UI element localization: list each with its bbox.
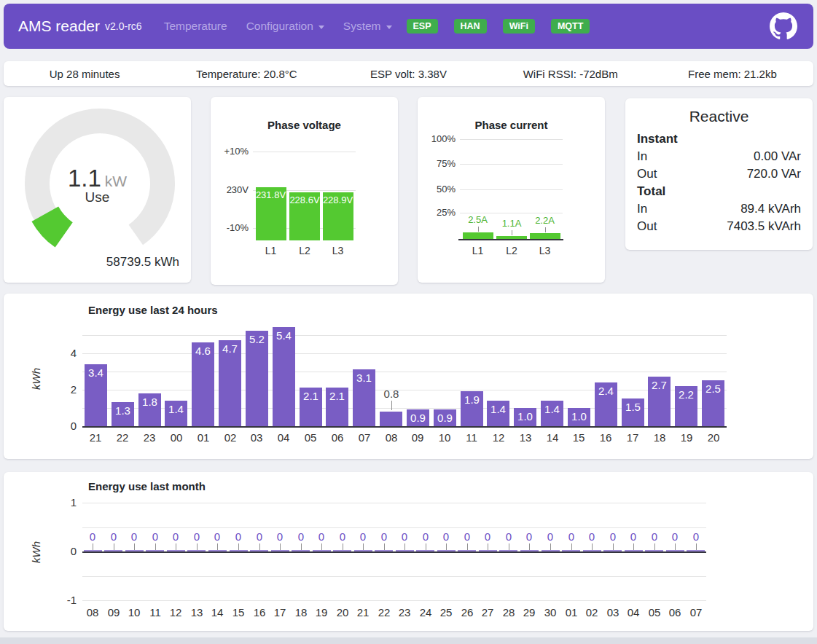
- phase-voltage-card: Phase voltage +10%230V-10%231.8VL1228.6V…: [211, 97, 398, 285]
- bar-value-label: 1.9: [461, 393, 483, 406]
- reactive-row-label: Out: [637, 218, 657, 235]
- nav-item-system[interactable]: System: [343, 20, 392, 33]
- reactive-section-label: Instant: [637, 130, 801, 148]
- energy-total: 58739.5 kWh: [106, 255, 179, 270]
- bar-value-label: 0: [165, 530, 187, 543]
- gauge-value: 1.1kW: [4, 165, 191, 192]
- bar-value-label: 0: [560, 530, 582, 543]
- x-axis-line: [82, 426, 727, 428]
- zero-bar-27: [479, 550, 497, 551]
- phase-voltage-chart: +10%230V-10%231.8VL1228.6VL2228.9VL3: [211, 97, 398, 285]
- bar-value-label: 2.1: [326, 390, 348, 402]
- gauge-fill-arc: [45, 214, 64, 235]
- bar-value-label: 0: [581, 530, 603, 543]
- bar-value-label: 1.8: [138, 396, 161, 408]
- x-axis-line: [458, 239, 563, 240]
- label-connector-line: [217, 543, 218, 550]
- status-item-0: Up 28 minutes: [4, 68, 165, 80]
- status-badges: ESPHANWiFiMQTT: [407, 19, 590, 34]
- label-connector-line: [343, 543, 343, 550]
- label-connector-line: [259, 543, 260, 550]
- nav-item-label: Configuration: [246, 20, 313, 33]
- reactive-row: Out720.0 VAr: [637, 165, 801, 183]
- page-footer-strip: [0, 637, 817, 644]
- github-link[interactable]: [770, 12, 799, 41]
- bar-value-label: 0: [477, 530, 499, 543]
- nav-item-label: System: [343, 20, 381, 33]
- label-connector-line: [391, 401, 392, 410]
- x-tick-label: 18: [646, 431, 673, 444]
- reactive-row-value: 7403.5 kVArh: [727, 218, 801, 235]
- bar-value-label: 5.4: [273, 329, 295, 342]
- label-connector-line: [545, 227, 546, 232]
- bar-value-label: 2.2: [675, 388, 697, 401]
- bar-value-label: 0.9: [407, 412, 429, 424]
- label-connector-line: [321, 543, 322, 550]
- reactive-row-label: In: [637, 148, 647, 165]
- zero-bar-28: [499, 550, 517, 551]
- github-icon[interactable]: [770, 12, 797, 40]
- current-bar-L1: [463, 232, 493, 239]
- label-connector-line: [512, 230, 512, 235]
- current-bar-L3: [530, 233, 560, 239]
- x-tick-label: 00: [163, 431, 189, 444]
- gridline: [82, 335, 727, 336]
- label-connector-line: [114, 543, 114, 550]
- y-tick-label: -10%: [216, 222, 249, 233]
- bar-value-label: 0: [269, 530, 291, 543]
- zero-bar-04: [625, 550, 643, 551]
- x-tick-label: 22: [109, 431, 136, 444]
- zero-bar-23: [396, 550, 414, 551]
- app-version: v2.0-rc6: [105, 20, 142, 32]
- reactive-row: In89.4 kVArh: [637, 200, 801, 218]
- label-connector-line: [509, 543, 509, 550]
- bar-value-label: 0: [415, 530, 437, 543]
- y-tick-label: 4: [52, 347, 77, 359]
- bar-value-label: 0: [310, 530, 332, 543]
- zero-bar-18: [292, 550, 310, 551]
- reactive-card: Reactive InstantIn0.00 VArOut720.0 VArTo…: [625, 98, 813, 250]
- current-bar-value: 2.5A: [463, 214, 493, 225]
- app-header: AMS reader v2.0-rc6 TemperatureConfigura…: [4, 4, 813, 49]
- reactive-row-label: In: [637, 200, 647, 218]
- zero-bar-30: [542, 550, 560, 551]
- status-item-4: Free mem: 21.2kb: [652, 68, 813, 80]
- bar-value-label: 0: [435, 530, 457, 543]
- gridline: [82, 527, 706, 528]
- zero-bar-16: [250, 550, 268, 551]
- energy-month-card: Energy use last month kWh -1010080090100…: [4, 472, 813, 631]
- label-connector-line: [197, 543, 198, 550]
- y-tick-label: 50%: [423, 184, 456, 195]
- x-tick-label: 05: [297, 431, 324, 444]
- y-tick-label: 230V: [216, 184, 249, 195]
- zero-bar-21: [354, 550, 372, 551]
- label-connector-line: [426, 543, 426, 550]
- power-gauge-card: 1.1kW Use 58739.5 kWh: [4, 97, 191, 283]
- gridline: [82, 600, 706, 601]
- nav-item-configuration[interactable]: Configuration: [246, 20, 324, 33]
- reactive-row-label: Out: [637, 165, 657, 183]
- x-tick-label: 01: [190, 431, 216, 444]
- zero-bar-03: [603, 550, 622, 551]
- badge-wifi: WiFi: [503, 19, 535, 34]
- badge-esp: ESP: [407, 19, 438, 34]
- x-tick-label: L2: [496, 245, 527, 256]
- label-connector-line: [384, 543, 385, 550]
- zero-bar-25: [437, 550, 456, 551]
- reactive-row: Out7403.5 kVArh: [637, 218, 801, 235]
- bar-value-label: 1.0: [568, 410, 590, 423]
- caret-down-icon: [318, 25, 324, 29]
- bar-value-label: 0: [394, 530, 415, 543]
- x-tick-label: 11: [458, 431, 485, 444]
- label-connector-line: [238, 543, 239, 550]
- y-tick-label: 0: [52, 545, 77, 557]
- bar-value-label: 4.7: [219, 342, 241, 355]
- nav-item-temperature[interactable]: Temperature: [164, 20, 227, 33]
- x-tick-label: 20: [700, 431, 727, 444]
- label-connector-line: [696, 543, 697, 550]
- x-tick-label: 16: [593, 431, 619, 444]
- bar-value-label: 5.2: [246, 333, 268, 345]
- gridline: [82, 353, 727, 354]
- zero-bar-19: [313, 550, 331, 551]
- voltage-bar-value: 231.8V: [256, 189, 286, 200]
